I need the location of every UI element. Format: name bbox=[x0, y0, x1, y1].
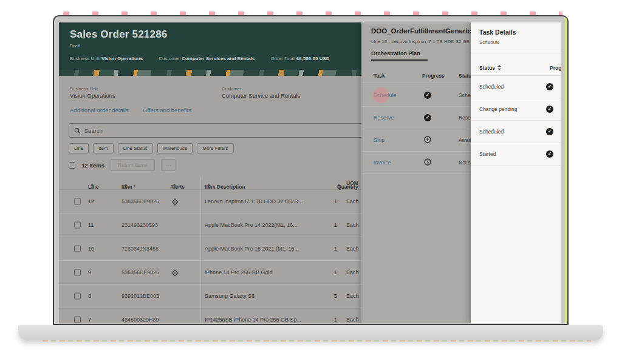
cell-quantity: 1 bbox=[301, 269, 337, 275]
alert-diamond-icon bbox=[173, 267, 177, 278]
progress-complete-icon: ✓ bbox=[546, 83, 553, 90]
more-actions-button[interactable]: ⋯ bbox=[161, 159, 176, 171]
cell-uom: Each bbox=[346, 293, 359, 299]
filter-chip-item[interactable]: Item bbox=[93, 143, 114, 153]
row-checkbox[interactable] bbox=[74, 198, 81, 205]
col-header-progress: Progress bbox=[550, 65, 561, 71]
cell-uom: Each bbox=[346, 222, 359, 228]
cell-quantity: 1 bbox=[301, 222, 337, 228]
cell-uom: Each bbox=[346, 198, 359, 204]
search-icon bbox=[74, 127, 81, 134]
col-header-status[interactable]: Status bbox=[479, 65, 501, 71]
meta-order-total: Order Total66,500.00 USD bbox=[270, 56, 329, 61]
cell-uom: Each bbox=[346, 269, 359, 275]
offers-and-benefits-link[interactable]: Offers and benefits bbox=[143, 107, 191, 113]
cell-quantity: 5 bbox=[301, 293, 337, 299]
additional-order-details-link[interactable]: Additional order details bbox=[70, 107, 129, 113]
table-toolbar: 12 Items Return Items ⋯ bbox=[69, 158, 176, 172]
cell-item: 536356DF9025 bbox=[121, 269, 159, 275]
progress-complete-icon: ✓ bbox=[546, 128, 553, 135]
row-checkbox[interactable] bbox=[74, 246, 81, 252]
row-checkbox[interactable] bbox=[74, 317, 81, 323]
cell-line: 9 bbox=[88, 269, 91, 275]
status-row: Scheduled ✓ bbox=[471, 121, 561, 143]
task-details-title: Task Details bbox=[479, 29, 516, 36]
status-row: Change pending ✓ bbox=[471, 98, 561, 121]
progress-not-started-icon bbox=[424, 157, 431, 168]
sort-icon bbox=[91, 184, 94, 189]
filter-chip-line[interactable]: Line bbox=[69, 143, 89, 153]
cell-description: Samsung Galaxy S8 bbox=[205, 293, 255, 299]
tab-orchestration-plan[interactable]: Orchestration Plan bbox=[371, 50, 420, 56]
cell-line: 7 bbox=[88, 317, 91, 323]
progress-complete-icon: ✓ bbox=[424, 114, 431, 121]
status-value: Started bbox=[479, 151, 496, 157]
task-details-subtitle: Schedule bbox=[479, 39, 499, 45]
cell-item: 434500329H39 bbox=[121, 317, 159, 323]
cell-line: 8 bbox=[88, 293, 91, 299]
business-unit-value: Vision Operations bbox=[70, 92, 115, 99]
col-header-uom[interactable]: UOM bbox=[346, 180, 358, 186]
customer-value: Computer Service and Rentals bbox=[222, 92, 300, 99]
status-row: Scheduled ✓ bbox=[471, 76, 561, 98]
filter-chip-row: Line Item Line Status Warehouse More Fil… bbox=[69, 143, 234, 153]
cell-item: 9392012BE003 bbox=[121, 293, 159, 299]
cell-quantity: 1 bbox=[301, 246, 337, 252]
cell-item: 231493230593 bbox=[121, 222, 158, 228]
meta-business-unit: Business UnitVision Operations bbox=[70, 56, 143, 61]
return-items-button[interactable]: Return Items bbox=[111, 159, 155, 171]
cell-description: IP14256SB iPhone 14 Pro 256 GB Sp... bbox=[205, 317, 301, 323]
app-screen: Sales Order 521286 Draft Business UnitVi… bbox=[59, 22, 561, 323]
cell-quantity: 1 bbox=[301, 317, 337, 323]
active-tab-underline bbox=[371, 59, 428, 61]
progress-complete-icon: ✓ bbox=[424, 92, 431, 99]
progress-complete-icon: ✓ bbox=[546, 106, 553, 113]
progress-pending-icon bbox=[424, 135, 431, 146]
meta-customer: CustomerComputer Services and Rentals bbox=[159, 56, 255, 61]
customer-label: Customer bbox=[222, 86, 242, 92]
laptop-mockup-stage: Sales Order 521286 Draft Business UnitVi… bbox=[0, 0, 622, 364]
progress-complete-icon: ✓ bbox=[546, 150, 553, 158]
cell-line: 11 bbox=[88, 222, 94, 228]
row-checkbox[interactable] bbox=[74, 293, 81, 300]
cell-line: 10 bbox=[88, 246, 94, 252]
filter-chip-warehouse[interactable]: Warehouse bbox=[157, 143, 193, 153]
alert-diamond-icon bbox=[173, 196, 177, 207]
sort-icon bbox=[124, 184, 128, 189]
task-link-reserve[interactable]: Reserve bbox=[374, 115, 394, 121]
cell-uom: Each bbox=[346, 246, 359, 252]
col-header-progress: Progress bbox=[422, 73, 445, 79]
status-value: Change pending bbox=[479, 106, 517, 112]
status-row: Started ✓ bbox=[471, 143, 561, 166]
divider bbox=[471, 53, 561, 53]
row-checkbox[interactable] bbox=[74, 269, 81, 276]
filter-chip-line-status[interactable]: Line Status bbox=[118, 143, 153, 153]
laptop-base bbox=[18, 325, 603, 340]
filter-chip-more-filters[interactable]: More Filters bbox=[197, 143, 233, 153]
cell-description: Apple MacBook Pro 16 2021 (M1, 16... bbox=[205, 246, 299, 252]
task-details-header: Status Progress bbox=[471, 60, 561, 76]
task-link-schedule[interactable]: Schedule bbox=[374, 92, 397, 98]
cell-item: 536356DF9025 bbox=[121, 198, 159, 204]
select-all-checkbox[interactable] bbox=[69, 162, 75, 169]
cell-item: 723034JN3456 bbox=[121, 246, 159, 252]
sort-icon bbox=[173, 184, 176, 189]
status-value: Scheduled bbox=[479, 84, 504, 90]
cell-description: Apple MacBook Pro 14 2022(M1, 16... bbox=[205, 222, 298, 228]
cell-uom: Each bbox=[346, 317, 359, 323]
task-link-invoice[interactable]: Invoice bbox=[374, 160, 391, 166]
cell-description: iPhone 14 Pro 256 GB Gold bbox=[205, 269, 273, 275]
col-header-task: Task bbox=[374, 73, 385, 79]
screen-edge-accent bbox=[565, 18, 567, 323]
cell-line: 12 bbox=[88, 198, 94, 204]
sort-icon bbox=[497, 65, 501, 70]
cell-quantity: 1 bbox=[301, 198, 337, 204]
status-value: Scheduled bbox=[479, 129, 504, 135]
sort-icon bbox=[207, 184, 211, 189]
task-link-ship[interactable]: Ship bbox=[374, 137, 384, 143]
business-unit-label: Business Unit bbox=[70, 86, 98, 92]
task-details-panel: Task Details Schedule Status Progress Sc… bbox=[471, 22, 561, 323]
cell-description: Lenovo Inspiron i7 1 TB HDD 32 GB R... bbox=[205, 198, 302, 204]
items-count: 12 Items bbox=[81, 162, 104, 169]
row-checkbox[interactable] bbox=[74, 222, 81, 229]
